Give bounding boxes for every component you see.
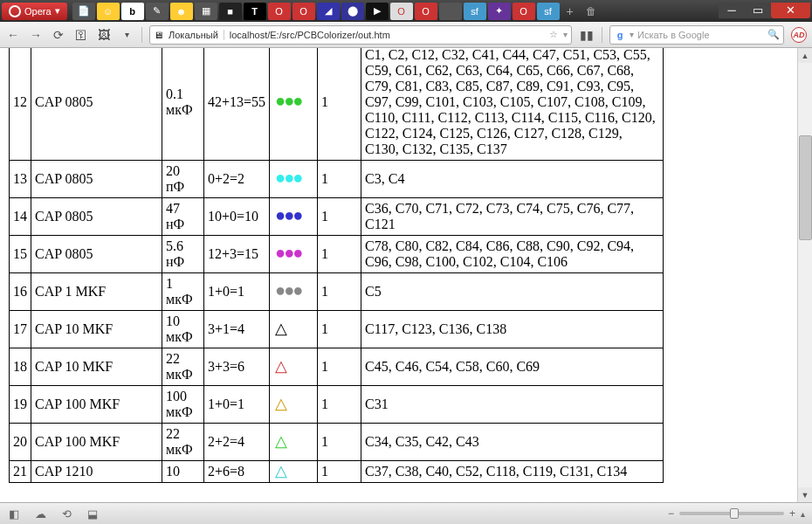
cell-ext: 1 <box>318 461 361 483</box>
cell-ext: 1 <box>318 198 361 236</box>
titlebar: Opera ▾ 📄 ☺ b ✎ ☻ ▦ ■ T O O ◢ ⬤ ▶ O O sf… <box>0 0 812 22</box>
cell-refs: C36, C70, C71, C72, C73, C74, C75, C76, … <box>361 198 664 236</box>
maximize-button[interactable]: ▭ <box>745 3 771 18</box>
bookmark-star-icon[interactable]: ☆ <box>549 29 558 40</box>
parts-table: мкФ 12CAP 08050.1 мкФ42+13=55●●●1C1, C2,… <box>9 48 664 483</box>
cell-refs: C45, C46, C54, C58, C60, C69 <box>361 348 664 386</box>
chevron-down-icon[interactable]: ▾ <box>119 27 134 43</box>
cell-mark: △ <box>270 461 318 483</box>
cell-mark: △ <box>270 386 318 424</box>
cell-ext: 1 <box>318 386 361 424</box>
zoom-out-button[interactable]: − <box>668 507 674 520</box>
statusbar: ◧ ☁ ⟲ ⬓ − + ▴ <box>0 502 812 524</box>
minimize-button[interactable]: ─ <box>719 3 745 18</box>
cell-pattern: CAP 0805 <box>31 48 162 161</box>
cell-num: 17 <box>10 311 31 348</box>
tab[interactable]: ☺ <box>97 3 120 20</box>
table-row: 16CAP 1 MKF1 мкФ1+0=1●●●1C5 <box>10 273 664 311</box>
downloads-icon[interactable]: ⬓ <box>86 507 100 521</box>
tab[interactable]: T <box>244 3 266 20</box>
tab[interactable]: O <box>268 3 291 20</box>
cell-qty: 1+0=1 <box>204 386 270 424</box>
cell-pattern: CAP 0805 <box>31 161 162 198</box>
forward-button[interactable]: → <box>28 27 44 43</box>
tab[interactable]: ✎ <box>146 3 169 20</box>
tab[interactable]: b <box>121 3 144 20</box>
closed-tabs-button[interactable]: 🗑 <box>581 5 602 17</box>
cell-value: 100 мкФ <box>162 386 204 424</box>
adblock-icon[interactable]: AD <box>791 27 807 43</box>
tab[interactable]: ☻ <box>170 3 193 20</box>
camera-icon[interactable]: ▮▮ <box>579 27 595 43</box>
panel-icon[interactable]: ◧ <box>7 507 21 521</box>
toolbar: ← → ⟳ ⚿ 🖼 ▾ 🖥 Локальный localhost/E:/src… <box>0 22 812 48</box>
cell-refs: C1, C2, C12, C32, C41, C44, C47, C51, C5… <box>361 48 664 161</box>
zoom-control: − + ▴ <box>668 507 805 520</box>
search-icon[interactable]: 🔍 <box>767 29 780 40</box>
reload-button[interactable]: ⟳ <box>51 27 66 43</box>
table-row-partial: 21 CAP 1210 10 2+6=8 △ 1 C37, C38, C40, … <box>10 461 664 483</box>
cell-pattern: CAP 100 MKF <box>31 424 162 461</box>
gallery-icon[interactable]: 🖼 <box>96 27 112 43</box>
close-button[interactable]: ✕ <box>771 3 810 18</box>
cell-mark: ●●● <box>270 273 318 311</box>
table-row: 19CAP 100 MKF100 мкФ1+0=1△1C31 <box>10 386 664 424</box>
vertical-scrollbar[interactable]: ▲ ▼ <box>797 48 812 502</box>
cell-qty: 2+2=4 <box>204 424 270 461</box>
sync-icon[interactable]: ⟲ <box>59 507 73 521</box>
address-bar[interactable]: 🖥 Локальный localhost/E:/src/PCBColorize… <box>149 25 572 45</box>
zoom-in-button[interactable]: + <box>789 507 795 520</box>
cell-num: 15 <box>10 236 31 273</box>
cell-mark: ●●● <box>270 236 318 273</box>
tab[interactable]: O <box>415 3 437 20</box>
tab[interactable]: 📄 <box>72 3 95 20</box>
chevron-up-icon[interactable]: ▴ <box>801 509 805 519</box>
cell-refs: C37, C38, C40, C52, C118, C119, C131, C1… <box>361 461 664 483</box>
password-icon[interactable]: ⚿ <box>73 27 89 43</box>
scroll-thumb[interactable] <box>799 135 812 240</box>
cell-value: 10 <box>162 461 204 483</box>
tab-active[interactable]: O <box>390 3 413 20</box>
cell-refs: C31 <box>361 386 664 424</box>
cell-num: 13 <box>10 161 31 198</box>
separator <box>141 27 142 43</box>
cell-qty: 2+6=8 <box>204 461 270 483</box>
cell-ext: 1 <box>318 273 361 311</box>
cell-qty: 3+3=6 <box>204 348 270 386</box>
scroll-up-button[interactable]: ▲ <box>798 48 812 63</box>
cell-num: 20 <box>10 424 31 461</box>
table-row: 17CAP 10 MKF10 мкФ3+1=4△1C117, C123, C13… <box>10 311 664 348</box>
new-tab-button[interactable]: + <box>561 4 579 18</box>
tab[interactable]: sf <box>464 3 486 20</box>
cell-ext: 1 <box>318 48 361 161</box>
chevron-down-icon[interactable]: ▾ <box>563 30 568 39</box>
chevron-down-icon[interactable]: ▾ <box>630 30 634 39</box>
cell-value: 5.6 нФ <box>162 236 204 273</box>
tab[interactable] <box>439 3 462 20</box>
zoom-thumb[interactable] <box>730 508 739 519</box>
tab[interactable]: ◢ <box>317 3 340 20</box>
cell-mark: △ <box>270 424 318 461</box>
tab[interactable]: O <box>292 3 315 20</box>
back-button[interactable]: ← <box>5 27 21 43</box>
opera-menu-button[interactable]: Opera ▾ <box>2 3 67 20</box>
cell-pattern: CAP 100 MKF <box>31 386 162 424</box>
tab[interactable]: ■ <box>219 3 242 20</box>
cell-pattern: CAP 0805 <box>31 236 162 273</box>
cell-mark: ●●● <box>270 198 318 236</box>
zoom-slider[interactable] <box>679 512 784 515</box>
cell-refs: C34, C35, C42, C43 <box>361 424 664 461</box>
address-source-label: Локальный <box>169 30 218 40</box>
tab[interactable]: ▦ <box>195 3 217 20</box>
tab[interactable]: O <box>513 3 535 20</box>
cell-pattern: CAP 1210 <box>31 461 162 483</box>
tab[interactable]: ✦ <box>488 3 511 20</box>
search-box[interactable]: g ▾ Искать в Google 🔍 <box>609 25 784 45</box>
scroll-down-button[interactable]: ▼ <box>798 487 812 502</box>
tab[interactable]: ⬤ <box>341 3 364 20</box>
content-area: мкФ 12CAP 08050.1 мкФ42+13=55●●●1C1, C2,… <box>0 48 812 502</box>
tab-strip: 📄 ☺ b ✎ ☻ ▦ ■ T O O ◢ ⬤ ▶ O O sf ✦ O sf … <box>72 3 719 20</box>
cloud-icon[interactable]: ☁ <box>33 507 47 521</box>
tab[interactable]: ▶ <box>366 3 389 20</box>
tab[interactable]: sf <box>537 3 560 20</box>
